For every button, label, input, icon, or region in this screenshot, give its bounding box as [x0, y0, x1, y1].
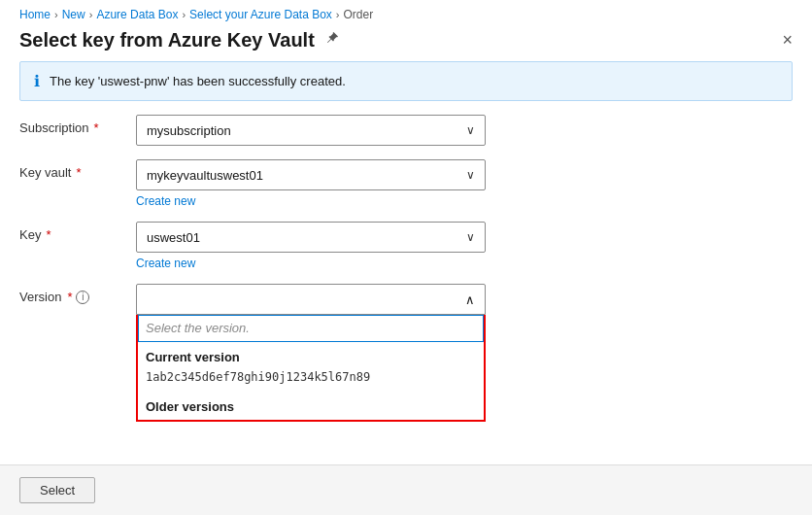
info-banner: ℹ The key 'uswest-pnw' has been successf…: [19, 61, 793, 101]
breadcrumb: Home › New › Azure Data Box › Select you…: [0, 0, 812, 25]
version-dropdown-panel: Current version 1ab2c345d6ef78ghi90j1234…: [136, 315, 486, 422]
key-row: Key * uswest01 ∨ Create new: [19, 222, 793, 270]
key-required: *: [46, 227, 51, 242]
subscription-label: Subscription *: [19, 115, 136, 135]
key-vault-label: Key vault *: [19, 159, 136, 180]
version-control: ∧ Current version 1ab2c345d6ef78ghi90j12…: [136, 284, 793, 422]
footer-bar: Select: [0, 464, 812, 515]
select-button[interactable]: Select: [19, 477, 95, 503]
breadcrumb-sep-1: ›: [54, 9, 58, 20]
page-wrapper: Home › New › Azure Data Box › Select you…: [0, 0, 812, 515]
key-value: uswest01: [147, 230, 200, 245]
key-vault-chevron-icon: ∨: [466, 168, 475, 182]
close-icon[interactable]: ×: [782, 30, 793, 51]
breadcrumb-sep-2: ›: [89, 9, 93, 20]
key-chevron-icon: ∨: [466, 230, 475, 244]
banner-text: The key 'uswest-pnw' has been successful…: [50, 74, 346, 88]
key-vault-dropdown[interactable]: mykeyvaultuswest01 ∨: [136, 159, 486, 190]
subscription-chevron-icon: ∨: [466, 123, 475, 137]
version-label: Version * i: [19, 284, 136, 304]
version-row: Version * i ∧ Current version 1ab2c345d6…: [19, 284, 793, 422]
version-chevron-icon: ∧: [465, 292, 475, 307]
breadcrumb-order: Order: [344, 8, 374, 21]
key-vault-value: mykeyvaultuswest01: [147, 168, 263, 183]
key-dropdown[interactable]: uswest01 ∨: [136, 222, 486, 253]
header-left: Select key from Azure Key Vault: [19, 29, 340, 52]
page-title: Select key from Azure Key Vault: [19, 29, 315, 52]
pin-icon[interactable]: [324, 31, 340, 51]
current-version-label: Current version: [138, 342, 484, 368]
header-row: Select key from Azure Key Vault ×: [0, 25, 812, 61]
form-area: Subscription * mysubscription ∨ Key vaul…: [0, 115, 812, 464]
key-vault-row: Key vault * mykeyvaultuswest01 ∨ Create …: [19, 159, 793, 208]
key-vault-control: mykeyvaultuswest01 ∨ Create new: [136, 159, 793, 208]
breadcrumb-sep-3: ›: [182, 9, 186, 20]
version-dropdown[interactable]: ∧: [136, 284, 486, 315]
older-versions-label: Older versions: [138, 392, 484, 420]
version-required: *: [67, 290, 72, 304]
version-info-icon[interactable]: i: [76, 291, 89, 304]
key-control: uswest01 ∨ Create new: [136, 222, 793, 270]
info-circle-icon: ℹ: [34, 72, 40, 90]
key-vault-create-new-link[interactable]: Create new: [136, 194, 793, 208]
breadcrumb-azure-data-box[interactable]: Azure Data Box: [96, 8, 178, 21]
subscription-dropdown[interactable]: mysubscription ∨: [136, 115, 486, 146]
breadcrumb-new[interactable]: New: [62, 8, 85, 21]
subscription-value: mysubscription: [147, 123, 231, 138]
version-search-input[interactable]: [138, 315, 484, 342]
current-version-value[interactable]: 1ab2c345d6ef78ghi90j1234k5l67n89: [138, 368, 484, 392]
breadcrumb-sep-4: ›: [336, 9, 340, 20]
breadcrumb-home[interactable]: Home: [19, 8, 51, 21]
key-label: Key *: [19, 222, 136, 242]
key-create-new-link[interactable]: Create new: [136, 257, 793, 270]
key-vault-required: *: [76, 165, 81, 180]
subscription-control: mysubscription ∨: [136, 115, 793, 146]
subscription-required: *: [94, 120, 99, 135]
subscription-row: Subscription * mysubscription ∨: [19, 115, 793, 146]
breadcrumb-select-azure-data-box[interactable]: Select your Azure Data Box: [189, 8, 332, 21]
